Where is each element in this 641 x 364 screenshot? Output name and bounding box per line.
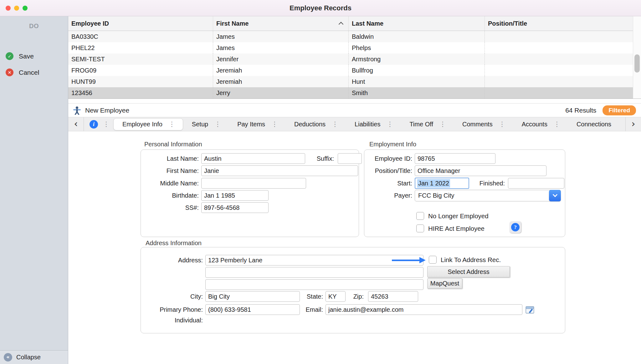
table-header-row: Employee ID First Name Last Name Positio… (68, 16, 641, 31)
primary-phone-label: Primary Phone: (141, 306, 203, 313)
kebab-icon: ⋮ (271, 120, 278, 128)
tab-scroll-right-button[interactable]: › (625, 117, 641, 131)
ssn-input[interactable] (201, 202, 269, 213)
kebab-icon: ⋮ (387, 120, 393, 128)
tab-scroll-left-button[interactable]: ‹ (68, 117, 84, 131)
tab-comments[interactable]: Comments ⋮ (454, 117, 513, 131)
tab-deductions[interactable]: Deductions ⋮ (285, 117, 346, 131)
results-count: 64 Results (565, 107, 596, 114)
hire-act-help-button[interactable]: ? (510, 221, 521, 233)
sort-ascending-icon (339, 22, 344, 27)
address-label: Address: (141, 257, 203, 264)
employee-icon (73, 106, 81, 115)
position-title-input[interactable] (415, 165, 546, 176)
hire-act-label: HIRE Act Employee (428, 225, 485, 232)
save-button[interactable]: ✓ Save (6, 52, 34, 60)
chevron-down-icon (552, 192, 557, 197)
address-line3-input[interactable] (205, 279, 423, 290)
sidebar-header: DO (0, 23, 68, 30)
last-name-input[interactable] (201, 153, 305, 164)
mapquest-button[interactable]: MapQuest (427, 278, 462, 289)
email-input[interactable] (326, 304, 522, 315)
personal-info-title: Personal Information (144, 141, 202, 148)
primary-phone-input[interactable] (205, 304, 300, 315)
chevron-right-icon: › (632, 118, 635, 129)
column-header-last-name[interactable]: Last Name (348, 16, 485, 31)
kebab-icon: ⋮ (554, 120, 560, 128)
kebab-icon: ⋮ (499, 120, 505, 128)
link-to-address-checkbox[interactable] (429, 256, 437, 264)
state-label: State: (304, 293, 323, 300)
zip-input[interactable] (368, 291, 418, 302)
tab-setup[interactable]: Setup ⋮ (183, 117, 228, 131)
cancel-label: Cancel (19, 69, 39, 76)
payer-select[interactable]: FCC Big City (415, 190, 561, 201)
start-date-label: Start: (364, 180, 412, 187)
birthdate-input[interactable] (201, 190, 269, 201)
middle-name-label: Middle Name: (141, 180, 199, 187)
city-label: City: (141, 293, 203, 300)
employee-id-label: Employee ID: (364, 155, 412, 162)
table-body: BA0330C James Baldwin PHEL22 James Phelp… (68, 31, 641, 99)
address-line2-input[interactable] (205, 267, 423, 278)
filtered-badge[interactable]: Filtered (603, 105, 636, 115)
scrollbar-thumb[interactable] (634, 54, 640, 73)
address-line1-input[interactable] (205, 255, 423, 265)
app-window: Employee Records DO ✓ Save ✕ Cancel « Co… (0, 0, 641, 364)
column-header-employee-id[interactable]: Employee ID (68, 16, 213, 31)
tab-employee-info[interactable]: Employee Info ⋮ (113, 118, 183, 130)
record-status-bar: New Employee 64 Results Filtered (68, 103, 641, 117)
no-longer-employed-row: No Longer Employed (416, 212, 489, 220)
tabbar: ‹ i ⋮ Employee Info ⋮ Setup ⋮ Pay Items … (68, 117, 641, 131)
tab-liabilities[interactable]: Liabilities ⋮ (346, 117, 401, 131)
tab-time-off[interactable]: Time Off ⋮ (401, 117, 454, 131)
tab-connections[interactable]: Connections (568, 117, 619, 131)
link-address-row: Link To Address Rec. (429, 256, 501, 264)
email-compose-button[interactable] (525, 305, 536, 315)
table-row[interactable]: HUNT99 Jeremiah Hunt (68, 76, 641, 87)
kebab-icon: ⋮ (439, 120, 446, 128)
no-longer-employed-checkbox[interactable] (416, 212, 424, 220)
suffix-label: Suffix: (309, 155, 334, 162)
column-header-first-name[interactable]: First Name (213, 16, 348, 31)
payer-label: Payer: (364, 192, 412, 199)
help-icon: ? (511, 223, 520, 231)
zip-label: Zip: (349, 293, 364, 300)
tab-accounts[interactable]: Accounts ⋮ (513, 117, 568, 131)
tab-pay-items[interactable]: Pay Items ⋮ (228, 117, 285, 131)
selected-text: Jan 1 2022 (417, 179, 450, 188)
finished-date-input[interactable] (508, 178, 564, 189)
table-scrollbar[interactable] (633, 16, 641, 99)
city-input[interactable] (205, 291, 300, 302)
info-icon: i (90, 120, 98, 129)
table-row[interactable]: PHEL22 James Phelps (68, 42, 641, 53)
state-input[interactable] (326, 291, 346, 302)
sidebar: DO ✓ Save ✕ Cancel « Collapse (0, 16, 68, 364)
table-row[interactable]: FROG09 Jeremiah Bullfrog (68, 65, 641, 76)
birthdate-label: Birthdate: (141, 192, 199, 199)
collapse-button[interactable]: « Collapse (0, 350, 68, 364)
hire-act-row: HIRE Act Employee (416, 225, 485, 232)
cancel-x-icon: ✕ (6, 68, 13, 76)
hire-act-checkbox[interactable] (416, 225, 424, 232)
suffix-input[interactable] (338, 153, 362, 164)
first-name-label: First Name: (141, 167, 199, 174)
select-address-button[interactable]: Select Address (427, 266, 510, 277)
cancel-button[interactable]: ✕ Cancel (6, 68, 39, 76)
email-label: Email: (304, 306, 323, 313)
tab-info[interactable]: i ⋮ (84, 117, 113, 131)
employee-id-input[interactable] (415, 153, 495, 164)
ssn-label: SS#: (141, 204, 199, 211)
employee-table: Employee ID First Name Last Name Positio… (68, 16, 641, 99)
payer-dropdown-button[interactable] (549, 190, 561, 201)
start-date-input[interactable]: Jan 1 2022 (415, 178, 469, 189)
middle-name-input[interactable] (201, 178, 306, 189)
save-check-icon: ✓ (6, 52, 13, 60)
table-row[interactable]: BA0330C James Baldwin (68, 31, 641, 42)
table-row[interactable]: SEMI-TEST Jennifer Armstrong (68, 53, 641, 65)
column-header-position-title[interactable]: Position/Title (485, 16, 633, 31)
no-longer-employed-label: No Longer Employed (428, 212, 489, 220)
table-row-selected[interactable]: 123456 Jerry Smith (68, 87, 641, 99)
kebab-icon: ⋮ (103, 120, 110, 128)
first-name-input[interactable] (201, 165, 358, 176)
